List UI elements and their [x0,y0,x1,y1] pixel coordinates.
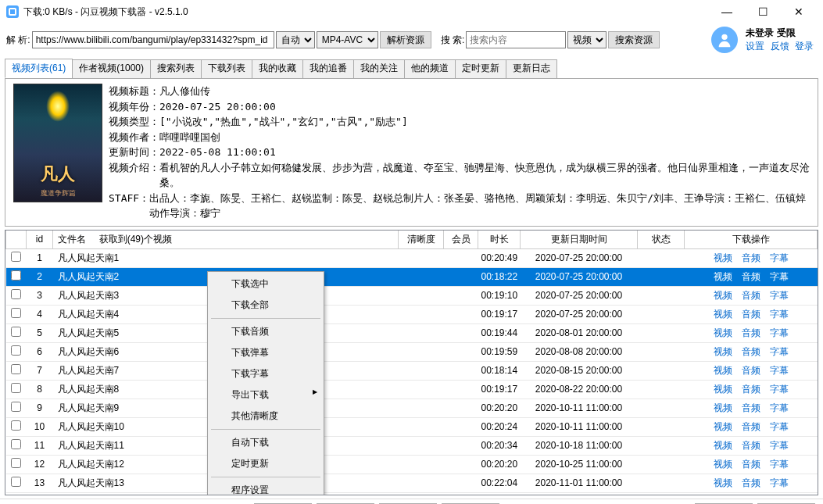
row-checkbox[interactable] [11,383,21,393]
settings-link[interactable]: 设置 [746,41,764,52]
op-audio[interactable]: 音频 [742,402,760,413]
row-checkbox[interactable] [11,420,21,431]
row-checkbox[interactable] [11,270,21,281]
parse-button[interactable]: 解析资源 [380,31,431,48]
op-audio[interactable]: 音频 [742,290,760,301]
op-audio[interactable]: 音频 [742,384,760,395]
close-button[interactable]: ✕ [781,0,817,23]
mode-select[interactable]: 自动 [276,31,315,48]
op-subtitle[interactable]: 字幕 [770,459,789,470]
search-input[interactable] [466,31,566,48]
row-checkbox[interactable] [11,477,21,487]
op-subtitle[interactable]: 字幕 [770,327,789,338]
op-video[interactable]: 视频 [714,459,732,470]
op-subtitle[interactable]: 字幕 [770,477,789,488]
op-subtitle[interactable]: 字幕 [770,440,789,451]
table-row[interactable]: 6凡人风起天南600:19:592020-08-08 20:00:00视频音频字… [6,342,818,361]
menu-item[interactable]: 下载字幕 [209,363,322,384]
format-select[interactable]: MP4-AVC [317,31,378,48]
op-video[interactable]: 视频 [714,421,732,432]
tab-4[interactable]: 我的收藏 [252,59,303,79]
minimize-button[interactable]: — [709,0,745,23]
op-audio[interactable]: 音频 [742,477,760,488]
op-audio[interactable]: 音频 [742,252,760,263]
op-video[interactable]: 视频 [714,365,732,376]
op-video[interactable]: 视频 [714,440,732,451]
tab-1[interactable]: 作者视频(1000) [72,59,151,79]
context-menu[interactable]: 下载选中下载全部下载音频下载弹幕下载字幕导出下载其他清晰度自动下载定时更新程序设… [207,271,324,495]
row-checkbox[interactable] [11,402,21,412]
menu-item[interactable]: 自动下载 [209,432,322,453]
op-video[interactable]: 视频 [714,384,732,395]
row-checkbox[interactable] [11,327,21,337]
login-link[interactable]: 登录 [795,41,814,52]
op-video[interactable]: 视频 [714,346,732,357]
row-checkbox[interactable] [11,458,21,468]
table-row[interactable]: 8凡人风起天南800:19:172020-08-22 20:00:00视频音频字… [6,380,818,399]
table-row[interactable]: 10凡人风起天南1000:20:242020-10-11 11:00:00视频音… [6,417,818,436]
menu-item[interactable]: 下载弹幕 [209,342,322,363]
avatar[interactable] [711,27,738,53]
tab-6[interactable]: 我的关注 [353,59,405,79]
row-checkbox[interactable] [11,252,21,262]
row-checkbox[interactable] [11,308,21,318]
table-row[interactable]: 3凡人风起天南300:19:102020-07-25 20:00:00视频音频字… [6,286,818,305]
maximize-button[interactable]: ☐ [745,0,781,23]
menu-item[interactable]: 下载选中 [209,273,322,295]
op-audio[interactable]: 音频 [742,440,760,451]
row-checkbox[interactable] [11,439,21,449]
row-checkbox[interactable] [11,364,21,374]
tab-7[interactable]: 他的频道 [404,59,456,79]
op-subtitle[interactable]: 字幕 [770,271,789,282]
col-status[interactable]: 状态 [638,231,685,249]
op-subtitle[interactable]: 字幕 [770,290,789,301]
table-row[interactable]: 7凡人风起天南700:18:142020-08-15 20:00:00视频音频字… [6,361,818,380]
tab-9[interactable]: 更新日志 [506,59,557,79]
op-audio[interactable]: 音频 [742,346,760,357]
op-video[interactable]: 视频 [714,327,732,338]
op-subtitle[interactable]: 字幕 [770,402,789,413]
op-video[interactable]: 视频 [714,402,732,413]
col-ops[interactable]: 下载操作 [685,231,818,249]
table-row[interactable]: 13凡人风起天南1300:22:042020-11-01 11:00:00视频音… [6,474,818,492]
col-checkbox[interactable] [6,231,27,249]
table-row[interactable]: 11凡人风起天南1100:20:342020-10-18 11:00:00视频音… [6,436,818,455]
op-subtitle[interactable]: 字幕 [770,384,789,395]
op-subtitle[interactable]: 字幕 [770,346,789,357]
op-video[interactable]: 视频 [714,290,732,301]
row-checkbox[interactable] [11,289,21,299]
table-row[interactable]: 2凡人风起天南200:18:222020-07-25 20:00:00视频音频字… [6,267,818,286]
tab-0[interactable]: 视频列表(61) [5,59,73,78]
col-filename[interactable]: 文件名 获取到(49)个视频 [53,231,399,249]
search-type-select[interactable]: 视频 [567,31,607,48]
menu-item[interactable]: 导出下载 [209,384,322,406]
op-audio[interactable]: 音频 [742,365,760,376]
search-button[interactable]: 搜索资源 [608,31,660,48]
op-video[interactable]: 视频 [714,477,732,488]
menu-item[interactable]: 其他清晰度 [209,406,322,427]
tab-2[interactable]: 搜索列表 [150,59,202,79]
op-audio[interactable]: 音频 [742,327,760,338]
table-row[interactable]: 4凡人风起天南400:19:172020-07-25 20:00:00视频音频字… [6,305,818,323]
url-input[interactable] [32,31,274,48]
menu-item[interactable]: 定时更新 [209,453,322,474]
table-row[interactable]: 9凡人风起天南900:20:202020-10-11 11:00:00视频音频字… [6,399,818,417]
table-row[interactable]: 5凡人风起天南500:19:442020-08-01 20:00:00视频音频字… [6,323,818,342]
col-vip[interactable]: 会员 [444,231,478,249]
op-subtitle[interactable]: 字幕 [770,309,789,320]
row-checkbox[interactable] [11,345,21,356]
op-audio[interactable]: 音频 [742,309,760,320]
tab-3[interactable]: 下载列表 [201,59,252,79]
op-video[interactable]: 视频 [714,252,732,263]
op-audio[interactable]: 音频 [742,271,760,282]
table-row[interactable]: 1凡人风起天南100:20:492020-07-25 20:00:00视频音频字… [6,248,818,267]
op-audio[interactable]: 音频 [742,459,760,470]
op-video[interactable]: 视频 [714,271,732,282]
col-quality[interactable]: 清晰度 [399,231,444,249]
op-video[interactable]: 视频 [714,309,732,320]
table-row[interactable]: 12凡人风起天南1200:20:202020-10-25 11:00:00视频音… [6,455,818,474]
op-subtitle[interactable]: 字幕 [770,421,789,432]
col-duration[interactable]: 时长 [478,231,521,249]
menu-item[interactable]: 下载音频 [209,321,322,342]
op-subtitle[interactable]: 字幕 [770,365,789,376]
